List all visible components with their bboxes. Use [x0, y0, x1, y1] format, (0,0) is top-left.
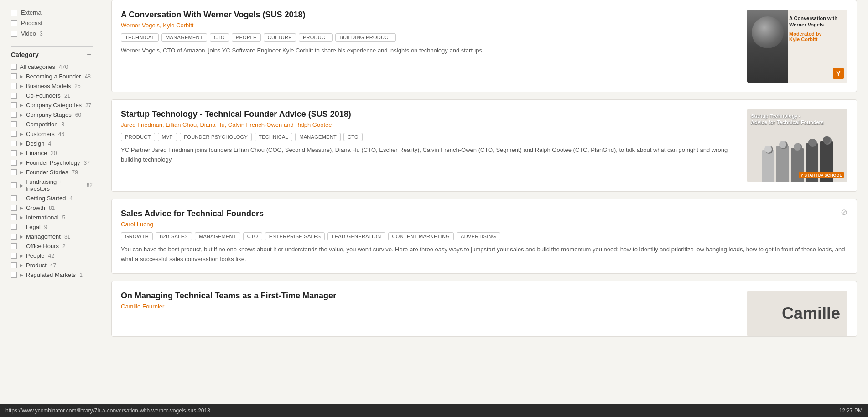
expand-arrow-9[interactable]: ▶: [20, 160, 24, 165]
cat-name-4: Company Stages: [26, 111, 72, 118]
video-checkbox[interactable]: [11, 31, 17, 37]
cat-checkbox-11[interactable]: [11, 182, 17, 188]
category-item-10[interactable]: ▶ Founder Stories 79: [11, 167, 93, 177]
category-item-12[interactable]: Getting Started 4: [11, 193, 93, 203]
all-checkbox[interactable]: [11, 64, 17, 70]
cat-checkbox-12[interactable]: [11, 195, 17, 201]
cat-checkbox-0[interactable]: [11, 73, 17, 79]
cat-checkbox-13[interactable]: [11, 205, 17, 211]
tag2-cto[interactable]: CTO: [343, 133, 363, 141]
article-3-title[interactable]: Sales Advice for Technical Founders: [121, 208, 847, 219]
category-item-6[interactable]: ▶ Customers 46: [11, 129, 93, 139]
expand-arrow-3[interactable]: ▶: [20, 103, 24, 108]
tag-culture[interactable]: CULTURE: [264, 33, 296, 42]
category-item-14[interactable]: ▶ International 5: [11, 213, 93, 222]
cat-checkbox-8[interactable]: [11, 150, 17, 156]
cat-checkbox-18[interactable]: [11, 253, 17, 259]
category-item-8[interactable]: ▶ Finance 20: [11, 148, 93, 158]
cat-checkbox-6[interactable]: [11, 131, 17, 137]
cat-checkbox-7[interactable]: [11, 141, 17, 146]
tag3-management[interactable]: MANAGEMENT: [195, 232, 240, 240]
expand-arrow-16[interactable]: ▶: [20, 234, 24, 239]
cat-checkbox-5[interactable]: [11, 121, 17, 127]
cat-checkbox-1[interactable]: [11, 83, 17, 89]
expand-arrow-11[interactable]: ▶: [20, 183, 24, 188]
tag2-mvp[interactable]: MVP: [158, 133, 177, 141]
tag3-content-marketing[interactable]: CONTENT MARKETING: [388, 232, 454, 240]
article-4-title[interactable]: On Managing Technical Teams as a First-T…: [121, 291, 740, 301]
cat-name-3: Company Categories: [26, 102, 82, 109]
article-2-title[interactable]: Startup Technology - Technical Founder A…: [121, 109, 740, 120]
expand-arrow-4[interactable]: ▶: [20, 112, 24, 117]
expand-arrow-19[interactable]: ▶: [20, 263, 24, 268]
type-video[interactable]: Video 3: [11, 28, 93, 39]
type-podcast[interactable]: Podcast: [11, 18, 93, 28]
category-all[interactable]: All categories 470: [11, 62, 93, 72]
category-item-18[interactable]: ▶ People 42: [11, 251, 93, 261]
tag-building-product[interactable]: BUILDING PRODUCT: [335, 33, 395, 42]
category-item-16[interactable]: ▶ Management 31: [11, 232, 93, 241]
expand-arrow-18[interactable]: ▶: [20, 253, 24, 258]
tag3-b2b[interactable]: B2B SALES: [156, 232, 192, 240]
cat-checkbox-14[interactable]: [11, 214, 17, 220]
category-item-17[interactable]: Office Hours 2: [11, 241, 93, 251]
tag2-management[interactable]: MANAGEMENT: [295, 133, 341, 141]
tag2-founder-psych[interactable]: FOUNDER PSYCHOLOGY: [180, 133, 252, 141]
category-item-13[interactable]: ▶ Growth 81: [11, 203, 93, 213]
expand-arrow-6[interactable]: ▶: [20, 131, 24, 136]
cat-checkbox-15[interactable]: [11, 224, 17, 230]
bookmark-button-3[interactable]: ⊘: [838, 207, 849, 218]
expand-arrow-0[interactable]: ▶: [20, 74, 24, 79]
expand-arrow-10[interactable]: ▶: [20, 170, 24, 175]
category-item-15[interactable]: Legal 9: [11, 222, 93, 232]
category-item-0[interactable]: ▶ Becoming a Founder 48: [11, 72, 93, 81]
article-card-3: ⊘ Sales Advice for Technical Founders Ca…: [111, 199, 857, 274]
podcast-checkbox[interactable]: [11, 20, 17, 26]
tag2-product[interactable]: PRODUCT: [121, 133, 155, 141]
cat-checkbox-3[interactable]: [11, 102, 17, 108]
tag-cto[interactable]: CTO: [210, 33, 229, 42]
cat-checkbox-16[interactable]: [11, 234, 17, 240]
cat-checkbox-17[interactable]: [11, 243, 17, 249]
tag3-growth[interactable]: GROWTH: [121, 232, 153, 240]
tag3-cto[interactable]: CTO: [243, 232, 262, 240]
category-item-1[interactable]: ▶ Business Models 25: [11, 81, 93, 91]
category-item-3[interactable]: ▶ Company Categories 37: [11, 100, 93, 110]
expand-arrow-14[interactable]: ▶: [20, 215, 24, 220]
article-card-2: ⊘ Startup Technology - Technical Founder…: [111, 99, 857, 192]
category-item-2[interactable]: Co-Founders 21: [11, 91, 93, 100]
cat-checkbox-10[interactable]: [11, 169, 17, 175]
expand-arrow-8[interactable]: ▶: [20, 151, 24, 156]
external-checkbox[interactable]: [11, 10, 17, 16]
category-item-5[interactable]: Competition 3: [11, 120, 93, 129]
expand-arrow-20[interactable]: ▶: [20, 272, 24, 277]
expand-arrow-7[interactable]: ▶: [20, 141, 24, 146]
cat-checkbox-4[interactable]: [11, 112, 17, 118]
category-item-11[interactable]: ▶ Fundraising + Investors 82: [11, 177, 93, 193]
tag3-advertising[interactable]: ADVERTISING: [457, 232, 500, 240]
category-item-19[interactable]: ▶ Product 47: [11, 261, 93, 270]
tag-management[interactable]: MANAGEMENT: [161, 33, 207, 42]
cat-checkbox-20[interactable]: [11, 272, 17, 278]
category-item-9[interactable]: ▶ Founder Psychology 37: [11, 158, 93, 167]
tag-people[interactable]: PEOPLE: [232, 33, 261, 42]
category-item-7[interactable]: ▶ Design 4: [11, 139, 93, 148]
article-1-title[interactable]: A Conversation With Werner Vogels (SUS 2…: [121, 10, 740, 20]
collapse-icon[interactable]: −: [85, 51, 93, 58]
expand-arrow-1[interactable]: ▶: [20, 83, 24, 89]
tag-technical[interactable]: TECHNICAL: [121, 33, 159, 42]
tag-product[interactable]: PRODUCT: [299, 33, 333, 42]
cat-checkbox-19[interactable]: [11, 262, 17, 268]
tag3-enterprise[interactable]: ENTERPRISE SALES: [265, 232, 325, 240]
cat-name-15: Legal: [26, 224, 41, 230]
expand-arrow-13[interactable]: ▶: [20, 205, 24, 210]
tag2-technical[interactable]: TECHNICAL: [255, 133, 292, 141]
tag3-lead-gen[interactable]: LEAD GENERATION: [327, 232, 385, 240]
category-item-20[interactable]: ▶ Regulated Markets 1: [11, 270, 93, 280]
type-external[interactable]: External: [11, 7, 93, 18]
cat-checkbox-2[interactable]: [11, 93, 17, 99]
article-1-authors: Werner Vogels, Kyle Corbitt: [121, 22, 740, 29]
person-1: [762, 150, 774, 182]
category-item-4[interactable]: ▶ Company Stages 60: [11, 110, 93, 120]
cat-checkbox-9[interactable]: [11, 160, 17, 166]
